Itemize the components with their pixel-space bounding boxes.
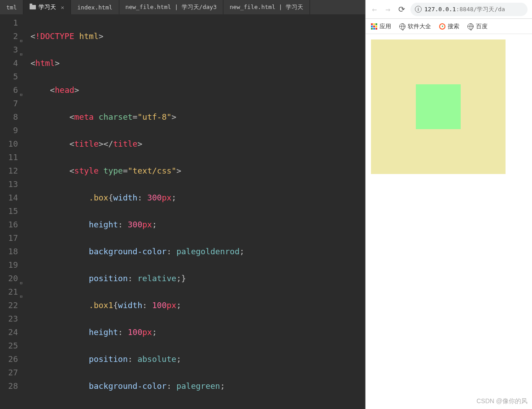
line-number: 8	[13, 112, 18, 122]
line-number: 20	[8, 274, 18, 283]
line-number: 26	[8, 354, 18, 364]
forward-button[interactable]: →	[384, 5, 392, 14]
watermark: CSDN @像你的风	[476, 397, 528, 405]
line-number: 13	[8, 179, 18, 189]
fold-icon[interactable]: ⊟	[20, 276, 22, 290]
line-number: 23	[8, 314, 18, 323]
bookmark-label: 应用	[379, 22, 391, 30]
editor-panel: tml 学习天 × index.html new_file.html | 学习天…	[0, 0, 365, 409]
browser-panel: ← → ⟳ i 127.0.0.1:8848/学习天/da 应用 软件大全 搜索…	[365, 0, 532, 409]
line-number: 3	[13, 45, 18, 54]
tab-newfile[interactable]: new_file.html | 学习天	[223, 0, 310, 14]
close-icon[interactable]: ×	[61, 4, 64, 11]
bookmark-label: 百度	[476, 22, 488, 30]
tab-label: new_file.html | 学习天	[230, 3, 303, 11]
fold-icon[interactable]: ⊟	[20, 34, 22, 48]
line-number: 17	[8, 233, 18, 243]
browser-toolbar: ← → ⟳ i 127.0.0.1:8848/学习天/da	[366, 0, 532, 19]
fold-icon[interactable]: ⊟	[20, 290, 22, 303]
fold-icon[interactable]: ⊟	[20, 88, 22, 101]
tab-label: 学习天	[39, 3, 56, 11]
line-number: 11	[8, 152, 18, 162]
code-content[interactable]: <!DOCTYPE html> <html> <head> <meta char…	[22, 14, 365, 409]
bookmark-search[interactable]: 搜索	[439, 22, 459, 30]
line-number: 10	[8, 139, 18, 148]
line-number: 4	[13, 58, 18, 68]
page-viewport: CSDN @像你的风	[366, 34, 532, 409]
bookmark-apps[interactable]: 应用	[371, 22, 391, 30]
line-number: 14	[8, 193, 18, 202]
outer-box	[371, 39, 506, 174]
line-number: 22	[8, 300, 18, 310]
line-number: 27	[8, 368, 18, 377]
bookmark-baidu[interactable]: 百度	[467, 22, 488, 30]
bookmark-label: 软件大全	[408, 22, 431, 30]
fold-icon[interactable]: ⊟	[20, 48, 22, 61]
bookmarks-bar: 应用 软件大全 搜索 百度	[366, 19, 532, 34]
line-number: 7	[13, 99, 18, 108]
line-gutter: 1 2⊟ 3⊟ 4 5 6⊟ 7 8 9 10 11 12 13 14 15 1…	[0, 14, 22, 409]
tab-index[interactable]: index.html	[71, 0, 119, 14]
line-number: 19	[8, 260, 18, 270]
tab-label: tml	[6, 4, 17, 11]
line-number: 12	[8, 166, 18, 175]
line-number: 2	[13, 31, 18, 41]
bookmark-label: 搜索	[448, 22, 459, 30]
line-number: 21	[8, 287, 18, 296]
tab-label: new_file.html | 学习天/day3	[126, 3, 217, 11]
inner-box	[416, 84, 461, 129]
apps-icon	[371, 23, 377, 30]
search-engine-icon	[439, 23, 445, 30]
line-number: 6	[13, 85, 18, 95]
line-number: 25	[8, 341, 18, 350]
address-text: 127.0.0.1:8848/学习天/da	[424, 5, 505, 13]
line-number: 1	[13, 18, 18, 27]
reload-button[interactable]: ⟳	[397, 5, 406, 14]
line-number: 15	[8, 206, 18, 216]
tab-tml[interactable]: tml	[0, 0, 23, 14]
globe-icon	[399, 23, 406, 30]
tab-folder[interactable]: 学习天 ×	[23, 0, 71, 14]
line-number: 16	[8, 220, 18, 229]
line-number: 5	[13, 72, 18, 81]
editor-tabs: tml 学习天 × index.html new_file.html | 学习天…	[0, 0, 365, 14]
back-button[interactable]: ←	[370, 5, 379, 14]
line-number: 28	[8, 381, 18, 391]
globe-icon	[467, 23, 474, 30]
site-info-icon[interactable]: i	[415, 6, 422, 13]
tab-newfile-day3[interactable]: new_file.html | 学习天/day3	[119, 0, 223, 14]
line-number: 9	[13, 126, 18, 135]
tab-label: index.html	[77, 4, 112, 11]
bookmark-software[interactable]: 软件大全	[399, 22, 431, 30]
code-area: 1 2⊟ 3⊟ 4 5 6⊟ 7 8 9 10 11 12 13 14 15 1…	[0, 14, 365, 409]
folder-icon	[30, 5, 36, 9]
line-number: 24	[8, 327, 18, 337]
address-bar[interactable]: i 127.0.0.1:8848/学习天/da	[410, 3, 528, 16]
line-number: 18	[8, 247, 18, 256]
